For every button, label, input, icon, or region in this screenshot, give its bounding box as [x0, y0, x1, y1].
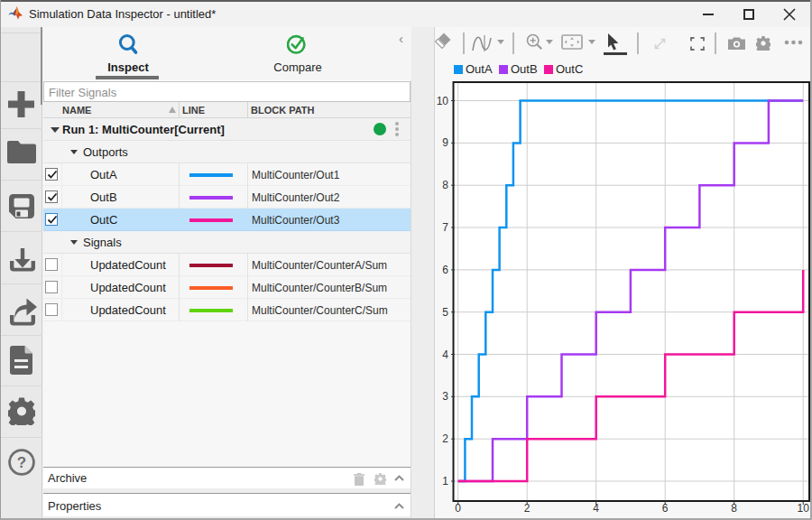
- svg-text:7: 7: [442, 221, 448, 234]
- svg-text:2: 2: [442, 432, 448, 445]
- svg-text:4: 4: [593, 502, 599, 515]
- svg-text:3: 3: [442, 390, 448, 403]
- svg-text:2: 2: [524, 502, 531, 515]
- svg-text:4: 4: [442, 348, 448, 361]
- svg-text:1: 1: [442, 475, 448, 488]
- svg-text:?: ?: [17, 454, 26, 471]
- svg-text:0: 0: [455, 502, 461, 515]
- svg-text:5: 5: [442, 306, 448, 319]
- svg-text:8: 8: [442, 179, 448, 191]
- svg-text:9: 9: [442, 136, 448, 149]
- svg-text:6: 6: [662, 502, 669, 515]
- svg-text:10: 10: [437, 95, 449, 107]
- svg-text:8: 8: [731, 502, 737, 515]
- svg-text:10: 10: [798, 502, 810, 515]
- svg-text:6: 6: [442, 264, 448, 276]
